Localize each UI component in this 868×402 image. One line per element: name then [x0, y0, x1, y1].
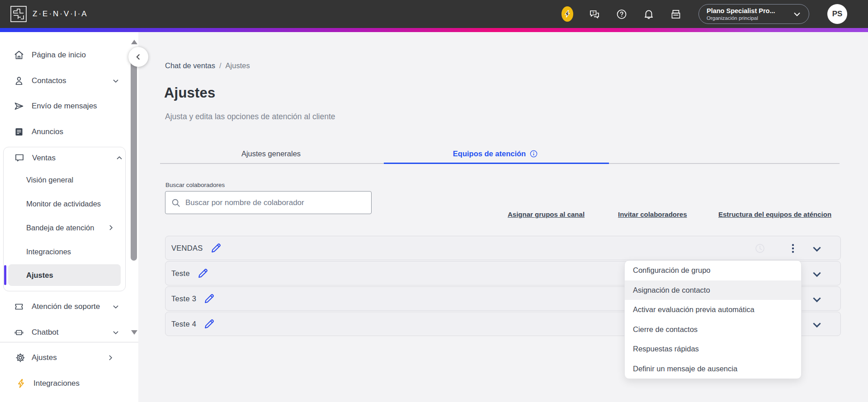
- edit-pencil-icon[interactable]: [210, 242, 222, 254]
- expand-chevron-icon[interactable]: [811, 318, 823, 330]
- menu-item-label: Configuración de grupo: [633, 266, 711, 275]
- sidebar-item-atencion-de-soporte[interactable]: Atención de soporte: [0, 297, 127, 317]
- sidebar-item-label: Envío de mensajes: [32, 102, 97, 111]
- menu-item-activar-evaluacion-previa[interactable]: Activar evaluación previa automática: [625, 300, 801, 320]
- support-chat-icon[interactable]: ?: [589, 8, 600, 20]
- svg-text:?: ?: [592, 11, 594, 15]
- menu-item-mensaje-de-ausencia[interactable]: Definir un mensaje de ausencia: [625, 359, 801, 379]
- sidebar-item-vision-general[interactable]: Visión general: [4, 170, 125, 190]
- breadcrumb-separator: /: [219, 61, 222, 70]
- ventas-group: Ventas Visión general Monitor de activid…: [3, 147, 126, 291]
- chevron-down-icon: [111, 328, 120, 337]
- sidebar-item-integraciones-ventas[interactable]: Integraciones: [4, 242, 125, 262]
- tab-label: Ajustes generales: [241, 150, 301, 158]
- notifications-bell-icon[interactable]: [643, 8, 655, 20]
- expand-chevron-icon[interactable]: [811, 268, 823, 280]
- sidebar-item-monitor-de-actividades[interactable]: Monitor de actividades: [4, 194, 125, 214]
- assign-groups-link[interactable]: Asignar grupos al canal: [508, 210, 585, 218]
- lightning-icon: [16, 378, 27, 389]
- edit-pencil-icon[interactable]: [197, 267, 209, 279]
- scrollbar-down-arrow[interactable]: [131, 330, 137, 335]
- sidebar-item-label: Anuncios: [32, 127, 63, 136]
- expand-chevron-icon[interactable]: [811, 293, 823, 305]
- menu-item-label: Asignación de contacto: [633, 286, 710, 294]
- sales-chat-icon: [14, 153, 25, 164]
- announcements-icon: [14, 126, 24, 137]
- help-icon[interactable]: [616, 8, 627, 20]
- menu-item-configuracion-de-grupo[interactable]: Configuración de grupo: [625, 261, 801, 280]
- plan-selector[interactable]: Plano Specialist Pro... Organización pri…: [698, 4, 809, 24]
- page-title: Ajustes: [164, 85, 215, 101]
- user-avatar[interactable]: PS: [827, 4, 847, 24]
- sidebar-item-bandeja-de-atencion[interactable]: Bandeja de atención: [4, 218, 125, 238]
- app-window: Z·E·N·V·I·A ?: [0, 0, 868, 402]
- context-menu: Configuración de grupo Asignación de con…: [624, 260, 802, 379]
- menu-item-label: Activar evaluación previa automática: [633, 305, 755, 314]
- team-row-vendas[interactable]: VENDAS: [165, 236, 841, 260]
- active-tab-underline: [384, 163, 609, 164]
- zenvia-logo-text: Z·E·N·V·I·A: [33, 9, 88, 19]
- menu-item-respuestas-rapidas[interactable]: Respuestas rápidas: [625, 339, 801, 359]
- tab-ajustes-generales[interactable]: Ajustes generales: [160, 145, 382, 163]
- team-structure-link[interactable]: Estructura del equipos de aténcion: [718, 210, 831, 218]
- ticket-icon: [14, 301, 24, 312]
- sidebar-scrollbar-thumb[interactable]: [131, 49, 137, 261]
- sidebar-item-integraciones-global[interactable]: Integraciones: [0, 374, 127, 393]
- sidebar-item-label: Integraciones: [26, 248, 71, 256]
- sidebar-item-envio-de-mensajes[interactable]: Envío de mensajes: [0, 96, 127, 116]
- plan-selector-texts: Plano Specialist Pro... Organización pri…: [707, 7, 792, 22]
- home-icon: [14, 50, 24, 61]
- brand-gradient-bar: [0, 28, 868, 32]
- edit-pencil-icon[interactable]: [203, 318, 215, 330]
- sidebar-collapse-button[interactable]: [128, 47, 148, 67]
- top-icon-group: ?: [561, 0, 682, 28]
- breadcrumb-parent[interactable]: Chat de ventas: [165, 61, 215, 70]
- menu-item-label: Cierre de contactos: [633, 325, 698, 334]
- menu-item-label: Definir un mensaje de ausencia: [633, 365, 737, 373]
- breadcrumb: Chat de ventas / Ajustes: [165, 61, 250, 70]
- info-icon[interactable]: [529, 150, 538, 158]
- lightning-icon: [561, 6, 573, 22]
- tab-label: Equipos de atención: [453, 150, 526, 158]
- sidebar-item-contactos[interactable]: Contactos: [0, 71, 127, 91]
- menu-item-asignacion-de-contacto[interactable]: Asignación de contacto: [625, 280, 801, 300]
- tab-equipos-de-atencion[interactable]: Equipos de atención: [382, 145, 609, 163]
- expand-chevron-icon[interactable]: [811, 243, 823, 254]
- sidebar-item-label: Chatbot: [32, 328, 59, 337]
- sidebar-item-anuncios[interactable]: Anuncios: [0, 122, 127, 142]
- boost-button[interactable]: [561, 8, 573, 20]
- sidebar-item-chatbot[interactable]: Chatbot: [0, 323, 127, 342]
- chevron-down-icon: [111, 76, 120, 85]
- edit-pencil-icon[interactable]: [203, 293, 215, 304]
- chevron-up-icon: [115, 154, 124, 163]
- sidebar-item-label: Ajustes: [26, 271, 53, 280]
- breadcrumb-current: Ajustes: [226, 61, 250, 70]
- sidebar-item-label: Contactos: [32, 76, 66, 85]
- sidebar-item-ventas[interactable]: Ventas: [4, 148, 130, 168]
- sidebar: Página de inicio Contactos Envío de mens…: [0, 32, 138, 402]
- sidebar-item-label: Ventas: [32, 154, 56, 163]
- sidebar-item-ajustes-ventas-selected[interactable]: Ajustes: [4, 265, 125, 285]
- clock-icon: [755, 243, 765, 254]
- gear-icon: [15, 352, 26, 363]
- chevron-down-icon: [111, 302, 120, 311]
- chevron-right-icon: [106, 223, 115, 232]
- invite-collaborators-link[interactable]: Invitar colaboradores: [618, 210, 687, 218]
- menu-item-cierre-de-contactos[interactable]: Cierre de contactos: [625, 320, 801, 340]
- page-subtitle: Ajusta y edita las opciones de atención …: [165, 112, 335, 122]
- plan-organization: Organización principal: [707, 15, 792, 21]
- search-field: [165, 191, 372, 214]
- sidebar-item-label: Atención de soporte: [32, 302, 100, 311]
- sidebar-item-label: Integraciones: [33, 379, 80, 388]
- chevron-left-icon: [133, 52, 143, 62]
- top-bar: Z·E·N·V·I·A ?: [0, 0, 868, 28]
- sidebar-item-pagina-de-inicio[interactable]: Página de inicio: [0, 45, 127, 65]
- sidebar-item-ajustes-global[interactable]: Ajustes: [0, 348, 127, 368]
- printer-icon[interactable]: [670, 8, 682, 20]
- zenvia-logo[interactable]: Z·E·N·V·I·A: [10, 5, 88, 23]
- search-icon: [171, 198, 181, 208]
- scrollbar-up-arrow[interactable]: [131, 40, 137, 44]
- search-input[interactable]: [185, 198, 366, 207]
- send-icon: [14, 101, 24, 112]
- more-options-icon[interactable]: [787, 243, 799, 254]
